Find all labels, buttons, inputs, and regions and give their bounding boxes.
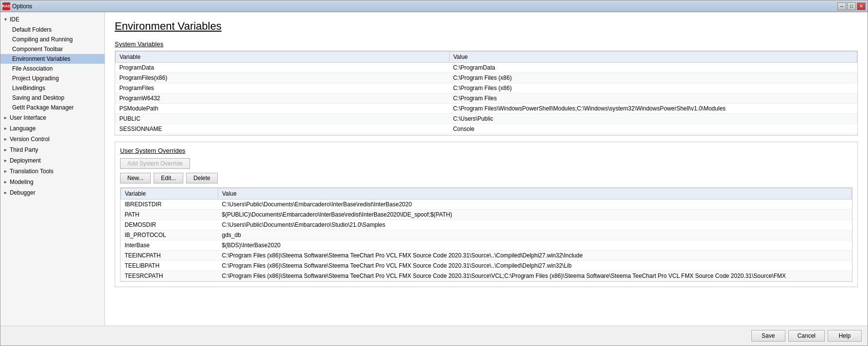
sidebar-item-label: File Association [12,65,52,72]
var-cell: SystemDrive [116,134,450,136]
cancel-button[interactable]: Cancel [788,330,825,342]
var-cell: SESSIONNAME [116,124,450,134]
var-cell: TEEINCPATH [121,251,218,261]
help-button[interactable]: Help [828,330,862,342]
sidebar-item-modeling[interactable]: ► Modeling [0,177,104,187]
table-row[interactable]: IBREDISTDIRC:\Users\Public\Documents\Emb… [121,200,852,210]
content-area: Environment Variables System Variables V… [105,12,868,326]
table-row[interactable]: ProgramDataC:\ProgramData [116,63,857,73]
sidebar-item-file-association[interactable]: File Association [0,64,104,73]
minimize-button[interactable]: – [837,2,846,10]
col-header-variable: Variable [116,52,450,63]
table-row[interactable]: PUBLICC:\Users\Public [116,114,857,124]
var-cell: PUBLIC [116,114,450,124]
sidebar-item-label: GetIt Package Manager [12,104,74,111]
footer-bar: Save Cancel Help [0,326,868,346]
save-button[interactable]: Save [751,330,785,342]
chevron-down-icon: ▼ [3,17,8,22]
var-cell: ProgramW6432 [116,93,450,104]
chevron-right-icon: ► [3,158,8,163]
table-row[interactable]: TEELIBPATHC:\Program Files (x86)\Steema … [121,261,852,271]
sidebar-item-deployment[interactable]: ► Deployment [0,155,104,166]
val-cell: C: [449,134,857,136]
table-row[interactable]: TEESRCPATHC:\Program Files (x86)\Steema … [121,271,852,281]
val-cell: C:\Users\Public\Documents\Embarcadero\In… [218,200,852,210]
val-cell: C:\Program Files (x86)\Steema Software\S… [218,271,852,281]
sidebar-item-getit-package-manager[interactable]: GetIt Package Manager [0,103,104,112]
val-cell: Console [449,124,857,134]
sidebar-item-ide[interactable]: ▼ IDE [0,14,104,25]
table-row[interactable]: InterBase$(BDS)\InterBase2020 [121,240,852,251]
val-cell: C:\Program Files (x86) [449,73,857,83]
sidebar-item-third-party[interactable]: ► Third Party [0,145,104,155]
maximize-button[interactable]: □ [847,2,856,10]
table-row[interactable]: ProgramW6432C:\Program Files [116,93,857,104]
main-content: ▼ IDE Default Folders Compiling and Runn… [0,12,868,326]
table-row[interactable]: SystemDriveC: [116,134,857,136]
sidebar-item-environment-variables[interactable]: Environment Variables [0,54,104,64]
sidebar-item-component-toolbar[interactable]: Component Toolbar [0,44,104,54]
val-cell: C:\Program Files\WindowsPowerShell\Modul… [449,104,857,114]
table-row[interactable]: PSModulePathC:\Program Files\WindowsPowe… [116,104,857,114]
system-vars-table: Variable Value ProgramDataC:\ProgramData… [115,51,857,136]
title-bar-buttons: – □ ✕ [837,2,866,10]
sidebar-item-translation-tools[interactable]: ► Translation Tools [0,166,104,177]
col-header-value: Value [218,188,852,200]
val-cell: C:\Users\Public [449,114,857,124]
val-cell: C:\Program Files (x86)\Steema Software\S… [218,261,852,271]
sidebar-item-label: User Interface [10,114,46,121]
table-row[interactable]: PATH$(PUBLIC)\Documents\Embarcadero\Inte… [121,210,852,220]
system-vars-table-wrap[interactable]: Variable Value ProgramDataC:\ProgramData… [115,51,858,136]
table-row[interactable]: TEEINCPATHC:\Program Files (x86)\Steema … [121,251,852,261]
table-row[interactable]: SESSIONNAMEConsole [116,124,857,134]
var-cell: TEESRCPATH [121,271,218,281]
window-title: Options [12,3,32,10]
sidebar-item-label: Environment Variables [12,55,70,62]
sidebar-item-compiling-running[interactable]: Compiling and Running [0,35,104,44]
sidebar-item-label: Version Control [10,136,50,143]
sidebar-item-language[interactable]: ► Language [0,123,104,134]
sidebar-item-label: Default Folders [12,26,52,33]
sidebar-item-label: Compiling and Running [12,36,73,43]
table-row[interactable]: DEMOSDIRC:\Users\Public\Documents\Embarc… [121,220,852,230]
overrides-table-wrap[interactable]: Variable Value IBREDISTDIRC:\Users\Publi… [120,187,852,282]
chevron-right-icon: ► [3,126,8,131]
var-cell: IB_PROTOCOL [121,230,218,240]
user-overrides-section: User System Overrides Add System Overrid… [115,142,858,287]
edit-button[interactable]: Edit... [154,173,183,183]
sidebar-item-debugger[interactable]: ► Debugger [0,187,104,198]
edit-buttons-row: New... Edit... Delete [120,173,852,183]
col-header-variable: Variable [121,188,218,200]
title-bar-left: RAD Options [2,2,32,10]
delete-button[interactable]: Delete [186,173,218,183]
sidebar-item-saving-desktop[interactable]: Saving and Desktop [0,93,104,103]
sidebar-item-version-control[interactable]: ► Version Control [0,134,104,145]
val-cell: C:\Program Files (x86) [449,83,857,93]
close-button[interactable]: ✕ [857,2,866,10]
sidebar-item-default-folders[interactable]: Default Folders [0,25,104,35]
sidebar-item-label: Translation Tools [10,168,53,175]
var-cell: ProgramFiles(x86) [116,73,450,83]
table-row[interactable]: ProgramFilesC:\Program Files (x86) [116,83,857,93]
sidebar-item-label: Modeling [10,179,34,185]
val-cell: $(PUBLIC)\Documents\Embarcadero\InterBas… [218,210,852,220]
val-cell: gds_db [218,230,852,240]
sidebar-item-project-upgrading[interactable]: Project Upgrading [0,73,104,83]
system-vars-title: System Variables [115,40,858,48]
var-cell: DEMOSDIR [121,220,218,230]
sidebar-item-label: Deployment [10,157,41,164]
add-system-override-button[interactable]: Add System Override [120,158,190,169]
page-title: Environment Variables [115,20,858,33]
table-row[interactable]: ProgramFiles(x86)C:\Program Files (x86) [116,73,857,83]
chevron-right-icon: ► [3,115,8,120]
new-button[interactable]: New... [120,173,151,183]
var-cell: TEELIBPATH [121,261,218,271]
sidebar-item-user-interface[interactable]: ► User Interface [0,112,104,123]
add-override-row: Add System Override [120,158,852,169]
var-cell: InterBase [121,240,218,251]
table-row[interactable]: IB_PROTOCOLgds_db [121,230,852,240]
chevron-right-icon: ► [3,190,8,195]
sidebar-item-label: LiveBindings [12,85,45,91]
var-cell: PSModulePath [116,104,450,114]
sidebar-item-livebindings[interactable]: LiveBindings [0,83,104,93]
